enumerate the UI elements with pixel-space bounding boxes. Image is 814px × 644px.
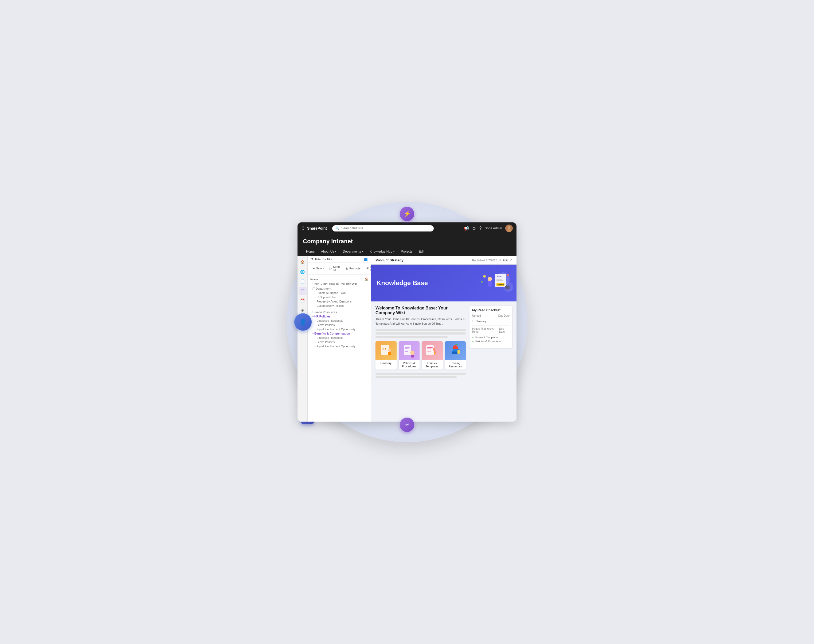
nav-hr-policies[interactable]: • HR Policies: [310, 314, 368, 319]
glossary-card-label: Glossary: [376, 360, 397, 366]
search-icon: 🔍: [336, 226, 340, 230]
top-bar: ⠿ SharePoint 🔍 📢 ⚙ ? Sope Admin: [297, 222, 517, 234]
bottom-snowflake-badge[interactable]: ✳: [400, 418, 414, 432]
nav-departments[interactable]: Departments ▾: [339, 247, 366, 256]
svg-rect-40: [427, 351, 431, 352]
send-to-button[interactable]: ▷ Send To: [327, 264, 342, 273]
nav-edit[interactable]: Edit: [415, 247, 428, 256]
hero-title: Knowledge Base: [377, 279, 428, 287]
avatar[interactable]: [505, 225, 513, 232]
svg-rect-11: [497, 278, 504, 278]
filter-icon: ⚗: [311, 258, 314, 261]
hr-label: Human Resources: [310, 310, 368, 314]
nav-tree-home[interactable]: Home 🏠: [310, 277, 368, 282]
nav-hr-handbook-2[interactable]: Employee Handbook: [310, 336, 368, 340]
hero-illustration: POLICY BENEFITS: [477, 271, 511, 295]
kb-content: Welcome To Knowledge Base: Your Company …: [371, 301, 517, 384]
nav-section-it: IT Department Submit A Support Ticket IT…: [310, 286, 368, 308]
home-sidebar-icon[interactable]: 🏠: [299, 258, 307, 266]
text-line-2: [376, 333, 466, 334]
nav-it-support-chat[interactable]: IT Support Chat: [310, 295, 368, 299]
nav-benefits[interactable]: • Benefits & Compensation: [310, 331, 368, 336]
add-sidebar-icon[interactable]: ⊕: [299, 306, 307, 314]
globe-sidebar-icon[interactable]: 🌐: [299, 268, 307, 276]
expand-icon[interactable]: ⤢: [510, 258, 512, 262]
nav-faq[interactable]: Frequently Asked Questions: [310, 299, 368, 304]
card-grid: A-Z Glossary: [376, 341, 466, 370]
svg-rect-37: [427, 347, 433, 348]
hero-section: Knowledge Base POLICY: [371, 265, 517, 301]
home-glyph-icon: 🏠: [365, 278, 368, 281]
svg-rect-24: [382, 351, 388, 351]
unread-header: Unread Due Date: [472, 314, 510, 318]
policies-card[interactable]: Policies & Procedures: [399, 341, 420, 370]
bottom-lines: [376, 373, 466, 378]
glossary-card[interactable]: A-Z Glossary: [376, 341, 397, 370]
svg-rect-46: [453, 349, 458, 351]
document-sidebar-icon[interactable]: 📄: [299, 278, 307, 285]
full-toolbar: ⚗ Filter By Title 👥: [308, 256, 371, 262]
forms-card-label: Forms & Templates: [422, 360, 443, 370]
nav-submit-ticket[interactable]: Submit A Support Ticket: [310, 291, 368, 295]
page-details-icon: 👁: [366, 267, 369, 270]
nav-projects[interactable]: Projects: [398, 247, 415, 256]
list-sidebar-icon[interactable]: ☰: [299, 287, 307, 295]
filter-by-title-label[interactable]: Filter By Title: [315, 258, 332, 261]
plus-icon: +: [313, 267, 314, 270]
sharepoint-logo: SharePoint: [307, 226, 327, 230]
top-lightning-badge[interactable]: ⚡: [400, 207, 414, 221]
promote-button[interactable]: ◎ Promote: [343, 266, 363, 271]
unread-label: Unread: [472, 314, 481, 317]
svg-rect-17: [487, 281, 492, 287]
read-forms-item[interactable]: ✔ Forms & Templates: [472, 335, 510, 339]
send-icon: ▷: [330, 267, 332, 270]
svg-rect-13: [497, 281, 503, 281]
unread-section: Unread Due Date ☐ Glossary: [472, 314, 510, 324]
text-line-1: [376, 329, 466, 331]
check-icon-2: ✔: [472, 340, 474, 343]
calendar-sidebar-icon[interactable]: 📅: [299, 297, 307, 305]
training-svg: [447, 343, 463, 359]
megaphone-icon[interactable]: 📢: [464, 226, 469, 231]
page-title: Product Strategy: [376, 258, 403, 262]
sidebar-icons: 🏠 🌐 📄 ☰ 📅 ⊕: [297, 256, 308, 422]
left-user-badge[interactable]: 👤: [294, 313, 312, 331]
nav-about-us[interactable]: About Us ▾: [318, 247, 339, 256]
bottom-line-1: [376, 373, 466, 375]
forms-card[interactable]: Forms & Templates: [422, 341, 443, 370]
nav-leave-policies-2[interactable]: Leave Policies: [310, 340, 368, 344]
read-policies-item[interactable]: ✔ Policies & Procedures: [472, 339, 510, 343]
left-panel-wrapper: ⚗ Filter By Title 👥 + New ▾ ▷ Send To: [308, 256, 371, 422]
svg-rect-33: [405, 351, 408, 352]
unread-glossary-item[interactable]: ☐ Glossary: [472, 319, 510, 324]
svg-point-27: [388, 348, 391, 352]
forms-svg: [424, 343, 440, 359]
new-button[interactable]: + New ▾: [311, 266, 326, 271]
nav-leave-policies-1[interactable]: Leave Policies: [310, 323, 368, 327]
edit-button[interactable]: ✏ Edit: [500, 258, 508, 262]
user-name-label: Sope Admin: [485, 226, 502, 230]
nav-cybersecurity[interactable]: Cybersecurity Policies: [310, 304, 368, 308]
nav-knowledge-hub[interactable]: Knowledge Hub ▾: [366, 247, 398, 256]
settings-icon[interactable]: ⚙: [472, 226, 476, 231]
checklist-title: My Read Checklist: [472, 308, 510, 312]
published-date: Published 7/7/2023: [472, 259, 497, 262]
nav-home[interactable]: Home: [303, 247, 318, 256]
svg-point-5: [508, 226, 510, 229]
kb-main: Welcome To Knowledge Base: Your Company …: [376, 306, 466, 380]
svg-rect-28: [388, 352, 391, 356]
search-input[interactable]: [341, 226, 431, 230]
promote-label: Promote: [349, 267, 360, 270]
nav-hr-handbook-1[interactable]: Employee Handbook: [310, 319, 368, 323]
training-card[interactable]: Training Resources: [445, 341, 466, 370]
help-icon[interactable]: ?: [479, 226, 481, 231]
nav-eeo-2[interactable]: Equal Employment Opportunity: [310, 344, 368, 348]
promote-icon: ◎: [346, 267, 348, 270]
browser-window: ⠿ SharePoint 🔍 📢 ⚙ ? Sope Admin: [297, 222, 517, 422]
nav-eeo-1[interactable]: Equal Employment Opportunity: [310, 327, 368, 331]
nav-bar: Home About Us ▾ Departments ▾ Knowledge …: [303, 247, 511, 256]
grid-menu-icon[interactable]: ⠿: [301, 226, 305, 231]
page-title-bar: Product Strategy Published 7/7/2023 ✏ Ed…: [371, 256, 517, 265]
user-icon: 👤: [299, 319, 307, 325]
nav-user-guide[interactable]: User Guide: How To Use This Wiki: [310, 282, 368, 286]
